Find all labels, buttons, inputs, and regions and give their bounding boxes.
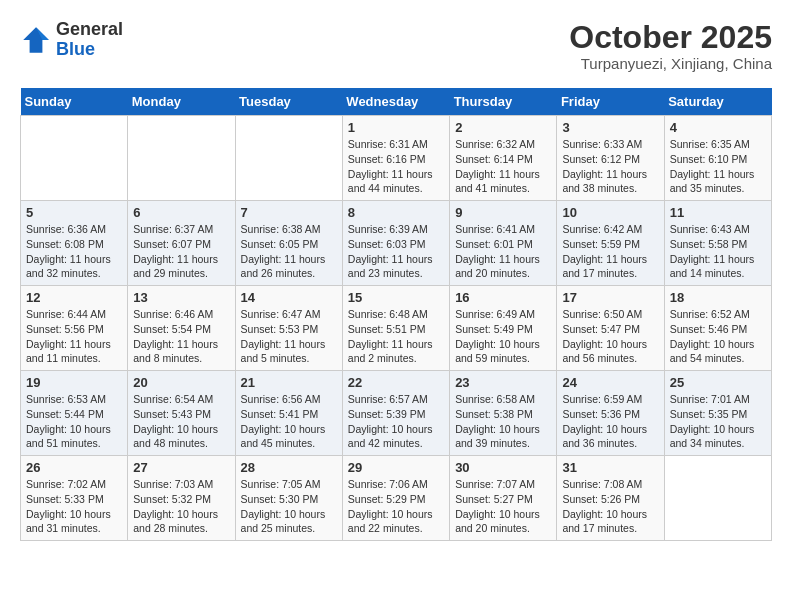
calendar-cell: 7Sunrise: 6:38 AM Sunset: 6:05 PM Daylig…	[235, 201, 342, 286]
day-number: 4	[670, 120, 766, 135]
calendar-cell: 8Sunrise: 6:39 AM Sunset: 6:03 PM Daylig…	[342, 201, 449, 286]
day-info: Sunrise: 7:05 AM Sunset: 5:30 PM Dayligh…	[241, 477, 337, 536]
day-number: 9	[455, 205, 551, 220]
day-number: 17	[562, 290, 658, 305]
calendar-table: SundayMondayTuesdayWednesdayThursdayFrid…	[20, 88, 772, 541]
day-info: Sunrise: 6:31 AM Sunset: 6:16 PM Dayligh…	[348, 137, 444, 196]
calendar-cell: 27Sunrise: 7:03 AM Sunset: 5:32 PM Dayli…	[128, 456, 235, 541]
day-number: 20	[133, 375, 229, 390]
calendar-cell: 18Sunrise: 6:52 AM Sunset: 5:46 PM Dayli…	[664, 286, 771, 371]
day-number: 28	[241, 460, 337, 475]
calendar-cell: 31Sunrise: 7:08 AM Sunset: 5:26 PM Dayli…	[557, 456, 664, 541]
day-number: 19	[26, 375, 122, 390]
day-number: 25	[670, 375, 766, 390]
calendar-cell	[235, 116, 342, 201]
day-info: Sunrise: 7:01 AM Sunset: 5:35 PM Dayligh…	[670, 392, 766, 451]
day-number: 2	[455, 120, 551, 135]
calendar-cell: 16Sunrise: 6:49 AM Sunset: 5:49 PM Dayli…	[450, 286, 557, 371]
calendar-cell	[664, 456, 771, 541]
logo-icon	[20, 24, 52, 56]
day-number: 16	[455, 290, 551, 305]
day-info: Sunrise: 6:38 AM Sunset: 6:05 PM Dayligh…	[241, 222, 337, 281]
calendar-cell: 5Sunrise: 6:36 AM Sunset: 6:08 PM Daylig…	[21, 201, 128, 286]
calendar-cell	[128, 116, 235, 201]
day-number: 21	[241, 375, 337, 390]
day-number: 27	[133, 460, 229, 475]
weekday-header-row: SundayMondayTuesdayWednesdayThursdayFrid…	[21, 88, 772, 116]
day-number: 3	[562, 120, 658, 135]
calendar-cell: 6Sunrise: 6:37 AM Sunset: 6:07 PM Daylig…	[128, 201, 235, 286]
calendar-cell	[21, 116, 128, 201]
day-info: Sunrise: 7:06 AM Sunset: 5:29 PM Dayligh…	[348, 477, 444, 536]
day-number: 11	[670, 205, 766, 220]
calendar-cell: 29Sunrise: 7:06 AM Sunset: 5:29 PM Dayli…	[342, 456, 449, 541]
calendar-week-2: 5Sunrise: 6:36 AM Sunset: 6:08 PM Daylig…	[21, 201, 772, 286]
day-info: Sunrise: 7:02 AM Sunset: 5:33 PM Dayligh…	[26, 477, 122, 536]
weekday-header-saturday: Saturday	[664, 88, 771, 116]
day-info: Sunrise: 6:37 AM Sunset: 6:07 PM Dayligh…	[133, 222, 229, 281]
location-subtitle: Turpanyuezi, Xinjiang, China	[569, 55, 772, 72]
day-number: 7	[241, 205, 337, 220]
page-header: General Blue October 2025 Turpanyuezi, X…	[20, 20, 772, 72]
day-number: 24	[562, 375, 658, 390]
calendar-cell: 19Sunrise: 6:53 AM Sunset: 5:44 PM Dayli…	[21, 371, 128, 456]
calendar-week-4: 19Sunrise: 6:53 AM Sunset: 5:44 PM Dayli…	[21, 371, 772, 456]
calendar-cell: 11Sunrise: 6:43 AM Sunset: 5:58 PM Dayli…	[664, 201, 771, 286]
calendar-cell: 24Sunrise: 6:59 AM Sunset: 5:36 PM Dayli…	[557, 371, 664, 456]
day-info: Sunrise: 6:53 AM Sunset: 5:44 PM Dayligh…	[26, 392, 122, 451]
calendar-cell: 26Sunrise: 7:02 AM Sunset: 5:33 PM Dayli…	[21, 456, 128, 541]
weekday-header-tuesday: Tuesday	[235, 88, 342, 116]
calendar-cell: 1Sunrise: 6:31 AM Sunset: 6:16 PM Daylig…	[342, 116, 449, 201]
day-number: 1	[348, 120, 444, 135]
calendar-cell: 3Sunrise: 6:33 AM Sunset: 6:12 PM Daylig…	[557, 116, 664, 201]
day-number: 18	[670, 290, 766, 305]
day-number: 5	[26, 205, 122, 220]
day-info: Sunrise: 6:39 AM Sunset: 6:03 PM Dayligh…	[348, 222, 444, 281]
day-info: Sunrise: 6:57 AM Sunset: 5:39 PM Dayligh…	[348, 392, 444, 451]
day-info: Sunrise: 6:58 AM Sunset: 5:38 PM Dayligh…	[455, 392, 551, 451]
day-info: Sunrise: 6:48 AM Sunset: 5:51 PM Dayligh…	[348, 307, 444, 366]
calendar-cell: 28Sunrise: 7:05 AM Sunset: 5:30 PM Dayli…	[235, 456, 342, 541]
calendar-cell: 10Sunrise: 6:42 AM Sunset: 5:59 PM Dayli…	[557, 201, 664, 286]
day-number: 29	[348, 460, 444, 475]
day-number: 22	[348, 375, 444, 390]
calendar-week-1: 1Sunrise: 6:31 AM Sunset: 6:16 PM Daylig…	[21, 116, 772, 201]
weekday-header-friday: Friday	[557, 88, 664, 116]
calendar-cell: 13Sunrise: 6:46 AM Sunset: 5:54 PM Dayli…	[128, 286, 235, 371]
calendar-cell: 4Sunrise: 6:35 AM Sunset: 6:10 PM Daylig…	[664, 116, 771, 201]
weekday-header-sunday: Sunday	[21, 88, 128, 116]
day-number: 31	[562, 460, 658, 475]
day-info: Sunrise: 6:36 AM Sunset: 6:08 PM Dayligh…	[26, 222, 122, 281]
day-info: Sunrise: 6:59 AM Sunset: 5:36 PM Dayligh…	[562, 392, 658, 451]
day-info: Sunrise: 7:03 AM Sunset: 5:32 PM Dayligh…	[133, 477, 229, 536]
month-title: October 2025	[569, 20, 772, 55]
day-info: Sunrise: 6:41 AM Sunset: 6:01 PM Dayligh…	[455, 222, 551, 281]
day-number: 12	[26, 290, 122, 305]
day-number: 23	[455, 375, 551, 390]
calendar-week-5: 26Sunrise: 7:02 AM Sunset: 5:33 PM Dayli…	[21, 456, 772, 541]
logo-text: General Blue	[56, 20, 123, 60]
day-info: Sunrise: 6:44 AM Sunset: 5:56 PM Dayligh…	[26, 307, 122, 366]
weekday-header-monday: Monday	[128, 88, 235, 116]
day-info: Sunrise: 6:49 AM Sunset: 5:49 PM Dayligh…	[455, 307, 551, 366]
day-info: Sunrise: 6:54 AM Sunset: 5:43 PM Dayligh…	[133, 392, 229, 451]
calendar-cell: 20Sunrise: 6:54 AM Sunset: 5:43 PM Dayli…	[128, 371, 235, 456]
calendar-cell: 22Sunrise: 6:57 AM Sunset: 5:39 PM Dayli…	[342, 371, 449, 456]
day-info: Sunrise: 7:08 AM Sunset: 5:26 PM Dayligh…	[562, 477, 658, 536]
day-info: Sunrise: 7:07 AM Sunset: 5:27 PM Dayligh…	[455, 477, 551, 536]
calendar-cell: 2Sunrise: 6:32 AM Sunset: 6:14 PM Daylig…	[450, 116, 557, 201]
day-info: Sunrise: 6:35 AM Sunset: 6:10 PM Dayligh…	[670, 137, 766, 196]
day-info: Sunrise: 6:42 AM Sunset: 5:59 PM Dayligh…	[562, 222, 658, 281]
calendar-cell: 12Sunrise: 6:44 AM Sunset: 5:56 PM Dayli…	[21, 286, 128, 371]
day-number: 8	[348, 205, 444, 220]
day-number: 6	[133, 205, 229, 220]
day-info: Sunrise: 6:32 AM Sunset: 6:14 PM Dayligh…	[455, 137, 551, 196]
day-number: 14	[241, 290, 337, 305]
day-info: Sunrise: 6:50 AM Sunset: 5:47 PM Dayligh…	[562, 307, 658, 366]
day-info: Sunrise: 6:46 AM Sunset: 5:54 PM Dayligh…	[133, 307, 229, 366]
logo: General Blue	[20, 20, 123, 60]
calendar-cell: 17Sunrise: 6:50 AM Sunset: 5:47 PM Dayli…	[557, 286, 664, 371]
calendar-cell: 25Sunrise: 7:01 AM Sunset: 5:35 PM Dayli…	[664, 371, 771, 456]
calendar-cell: 30Sunrise: 7:07 AM Sunset: 5:27 PM Dayli…	[450, 456, 557, 541]
day-info: Sunrise: 6:52 AM Sunset: 5:46 PM Dayligh…	[670, 307, 766, 366]
